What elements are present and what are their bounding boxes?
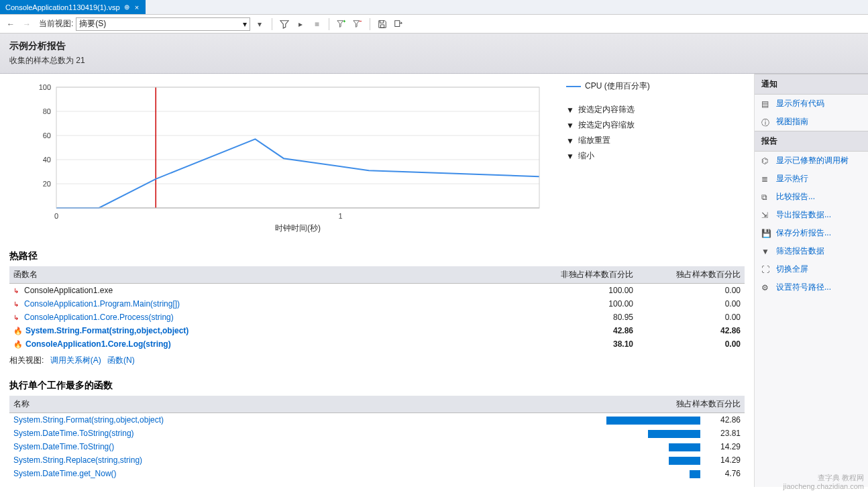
main-content: 2040608010001时钟时间(秒) CPU (使用百分率) ▼ 按选定内容…: [0, 74, 754, 487]
sidebar-item[interactable]: ▼筛选报告数据: [755, 242, 868, 260]
table-row[interactable]: ↳ConsoleApplication1.exe100.000.00: [9, 284, 745, 298]
fullscreen-icon: ⛶: [761, 265, 771, 274]
percentage-bar: [669, 457, 700, 465]
filter-icon: ▼: [566, 152, 574, 161]
notify-header: 通知: [755, 74, 868, 95]
sidebar-item[interactable]: ⧉比较报告...: [755, 188, 868, 206]
chart-row: 2040608010001时钟时间(秒) CPU (使用百分率) ▼ 按选定内容…: [9, 80, 745, 237]
percentage-bar: [648, 430, 700, 438]
table-row[interactable]: System.String.Format(string,object,objec…: [9, 413, 745, 427]
table-row[interactable]: System.DateTime.get_Now() 4.76: [9, 467, 745, 480]
percentage-bar: [690, 470, 700, 478]
function-link[interactable]: ConsoleApplication1.Program.Main(string[…: [24, 299, 180, 309]
sidebar-item[interactable]: ⇲导出报告数据...: [755, 206, 868, 224]
table-row[interactable]: ↳ConsoleApplication1.Core.Process(string…: [9, 311, 745, 324]
report-header: 报告: [755, 131, 868, 152]
hotpath-table: 函数名 非独占样本数百分比 独占样本数百分比 ↳ConsoleApplicati…: [9, 266, 745, 351]
separator: [329, 18, 329, 30]
svg-text:40: 40: [43, 156, 51, 164]
related-views: 相关视图: 调用关系树(A) 函数(N): [9, 355, 745, 366]
code-icon: ▤: [761, 99, 771, 109]
chart-legend: CPU (使用百分率) ▼ 按选定内容筛选 ▼ 按选定内容缩放 ▼ 缩放重置 ▼…: [566, 80, 650, 237]
view-select-value: 摘要(S): [79, 18, 106, 30]
reset-zoom[interactable]: ▼ 缩放重置: [566, 135, 650, 146]
function-link[interactable]: System.String.Format(string,object,objec…: [13, 415, 164, 425]
view-label: 当前视图:: [39, 18, 73, 30]
flame-icon: 🔥: [13, 340, 23, 348]
function-link[interactable]: System.DateTime.get_Now(): [13, 469, 117, 478]
col-exclusive[interactable]: 独占样本数百分比: [602, 396, 745, 413]
report-title: 示例分析报告: [9, 40, 859, 52]
separator: [272, 18, 272, 30]
legend-label: CPU (使用百分率): [585, 80, 650, 92]
sidebar-item[interactable]: ⚙设置符号路径...: [755, 278, 868, 296]
sidebar-item[interactable]: ⌬显示已修整的调用树: [755, 152, 868, 170]
col-inclusive[interactable]: 非独占样本数百分比: [530, 266, 637, 284]
function-link[interactable]: ConsoleApplication1.Core.Log(string): [25, 339, 171, 349]
sidebar-item[interactable]: ⛶切换全屏: [755, 260, 868, 278]
filter-remove-icon[interactable]: [351, 17, 364, 31]
svg-text:100: 100: [39, 83, 51, 91]
related-functions-link[interactable]: 函数(N): [107, 355, 135, 365]
table-row[interactable]: System.DateTime.ToString(string) 23.81: [9, 427, 745, 440]
function-link[interactable]: System.String.Replace(string,string): [13, 455, 142, 465]
legend-cpu-series: CPU (使用百分率): [566, 80, 650, 92]
col-exclusive[interactable]: 独占样本数百分比: [637, 266, 745, 284]
branch-icon: ↳: [13, 300, 21, 308]
play-icon[interactable]: ▸: [294, 17, 307, 31]
function-link[interactable]: ConsoleApplication1.Core.Process(string): [24, 313, 174, 322]
table-row[interactable]: System.String.Replace(string,string) 14.…: [9, 453, 745, 467]
cpu-chart[interactable]: 2040608010001时钟时间(秒): [9, 80, 546, 237]
export-icon: ⇲: [761, 211, 771, 220]
table-row[interactable]: 🔥ConsoleApplication1.Core.Log(string)38.…: [9, 337, 745, 351]
filter-by-selection[interactable]: ▼ 按选定内容筛选: [566, 104, 650, 115]
col-name[interactable]: 函数名: [9, 266, 530, 284]
related-calltree-link[interactable]: 调用关系树(A): [50, 355, 101, 365]
report-subtitle: 收集的样本总数为 21: [9, 55, 859, 66]
zoom-by-selection[interactable]: ▼ 按选定内容缩放: [566, 119, 650, 131]
view-dropdown-button[interactable]: ▾: [253, 17, 266, 31]
save-icon[interactable]: [376, 17, 389, 31]
tab-bar: ConsoleApplication1130419(1).vsp ⊕ ×: [0, 0, 868, 15]
filter-icon: ▼: [566, 121, 574, 130]
stop-icon[interactable]: ■: [310, 17, 323, 31]
table-row[interactable]: 🔥System.String.Format(string,object,obje…: [9, 324, 745, 337]
flame-icon: 🔥: [13, 327, 23, 335]
sidebar-item[interactable]: ▤显示所有代码: [755, 95, 868, 113]
close-icon[interactable]: ×: [133, 3, 140, 11]
zoom-out[interactable]: ▼ 缩小: [566, 150, 650, 162]
save-icon: 💾: [761, 229, 771, 238]
view-select[interactable]: 摘要(S) ▾: [76, 17, 250, 31]
filter-add-icon[interactable]: [335, 17, 348, 31]
report-header: 示例分析报告 收集的样本总数为 21: [0, 34, 868, 74]
toolbar: ← → 当前视图: 摘要(S) ▾ ▾ ▸ ■: [0, 15, 868, 34]
nav-back-button[interactable]: ←: [4, 17, 17, 31]
pin-icon[interactable]: ⊕: [124, 3, 129, 11]
table-row[interactable]: ↳ConsoleApplication1.Program.Main(string…: [9, 297, 745, 311]
export-icon[interactable]: [392, 17, 405, 31]
sidebar-item[interactable]: ≣显示热行: [755, 170, 868, 188]
filter-icon[interactable]: [278, 17, 291, 31]
symbols-icon: ⚙: [761, 283, 771, 292]
chart-svg: 2040608010001时钟时间(秒): [9, 80, 546, 235]
col-name[interactable]: 名称: [9, 396, 602, 413]
nav-forward-button[interactable]: →: [20, 17, 34, 31]
function-link[interactable]: System.String.Format(string,object,objec…: [25, 326, 188, 335]
tree-icon: ⌬: [761, 156, 771, 166]
svg-text:时钟时间(秒): 时钟时间(秒): [275, 223, 321, 233]
topfuncs-title: 执行单个工作最多的函数: [9, 380, 745, 392]
tab-filename: ConsoleApplication1130419(1).vsp: [5, 3, 120, 11]
filter-icon: ▼: [761, 247, 771, 256]
sidebar-item[interactable]: 💾保存分析报告...: [755, 224, 868, 242]
table-row[interactable]: System.DateTime.ToString() 14.29: [9, 440, 745, 453]
filter-icon: ▼: [566, 136, 574, 146]
document-tab[interactable]: ConsoleApplication1130419(1).vsp ⊕ ×: [0, 0, 146, 14]
lines-icon: ≣: [761, 174, 771, 184]
function-link[interactable]: System.DateTime.ToString(string): [13, 429, 134, 438]
sidebar-item[interactable]: ⓘ视图指南: [755, 113, 868, 131]
filter-icon: ▼: [566, 105, 574, 115]
compare-icon: ⧉: [761, 192, 771, 202]
legend-line-icon: [566, 86, 581, 87]
function-link[interactable]: System.DateTime.ToString(): [13, 442, 114, 451]
percentage-bar: [606, 417, 700, 425]
